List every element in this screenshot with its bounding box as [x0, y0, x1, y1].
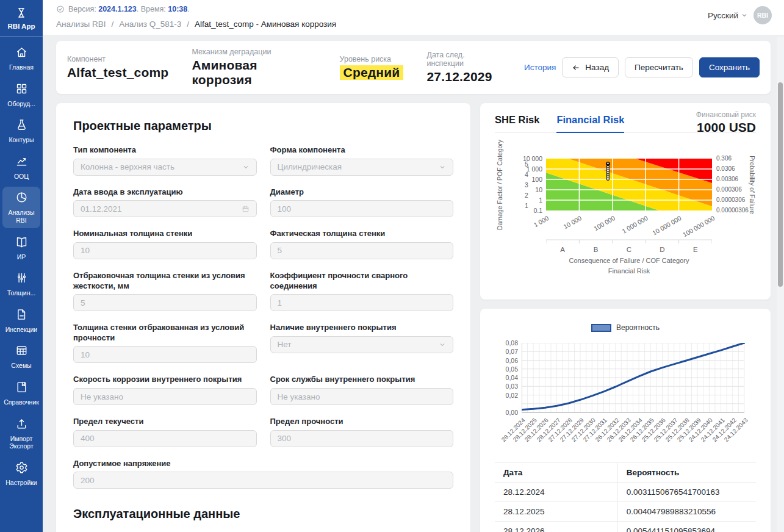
table-row: 28.12.20240.0031150676541700163 — [495, 483, 756, 502]
field-actual-wall-thickness: Фактическая толщина стенки5 — [270, 229, 454, 259]
row-date: 28.12.2025 — [495, 502, 617, 522]
sidebar-item-rbi-analyses[interactable]: Анализы RBI — [2, 187, 40, 228]
pof-category-tick: 1 — [523, 202, 530, 209]
tab-financial-risk[interactable]: Financial Risk — [556, 114, 624, 126]
tab-she-risk[interactable]: SHE Risk — [495, 114, 539, 126]
avatar[interactable]: RBI — [753, 6, 772, 24]
row-date: 28.12.2026 — [495, 522, 617, 532]
gear-icon — [15, 461, 28, 476]
diameter-input[interactable]: 100 — [270, 200, 454, 217]
sliders-icon — [15, 271, 28, 287]
pof-category-tick: 2 — [523, 192, 530, 199]
sidebar-nav: ГлавнаяОборуд...КонтурыООЦАнализы RBIИРТ… — [0, 37, 43, 495]
coating-service-life-label: Срок службы внутреннего покрытия — [270, 375, 454, 385]
version-label: Версия: — [68, 5, 96, 13]
component-type-select[interactable]: Колонна - верхняя часть — [73, 159, 257, 176]
sidebar-item-settings[interactable]: Настройки — [2, 457, 40, 491]
field-allowable-stress: Допустимое напряжение200 — [73, 459, 453, 489]
actual-wall-thickness-input[interactable]: 5 — [270, 242, 454, 259]
coating-corrosion-rate-input[interactable]: Не указано — [73, 388, 257, 405]
commissioning-date-input[interactable]: 01.12.2021 — [73, 200, 257, 217]
component-shape-select[interactable]: Цилиндрическая — [270, 159, 454, 176]
y-axis-tick: 0,03 — [496, 383, 518, 390]
weld-strength-factor-input[interactable]: 1 — [270, 294, 454, 311]
arrow-left-icon — [572, 63, 580, 72]
field-coating-corrosion-rate: Скорость коррозии внутреннего покрытияНе… — [73, 375, 257, 405]
time-value: 10:38 — [168, 5, 187, 13]
tensile-strength-label: Предел прочности — [270, 417, 454, 427]
field-component-type: Тип компонентаКолонна - верхняя часть — [73, 145, 257, 176]
financial-risk-label: Финансовый риск — [696, 110, 756, 119]
back-button[interactable]: Назад — [562, 57, 619, 77]
sidebar-item-label: Контуры — [9, 136, 34, 144]
sidebar-item-contours[interactable]: Контуры — [2, 114, 40, 148]
sidebar-item-ir[interactable]: ИР — [2, 231, 40, 265]
home-icon — [15, 46, 28, 61]
parameters-card: Проектные параметры Тип компонентаКолонн… — [56, 103, 470, 532]
cof-category-label: E — [689, 246, 702, 253]
sidebar-item-ooc[interactable]: ООЦ — [2, 151, 40, 184]
field-weld-strength-factor: Коэффициент прочности сварного соединени… — [270, 271, 454, 311]
probability-card: Вероятность 0,000,020,030,040,050,060,07… — [480, 309, 771, 532]
chart-line-icon — [15, 155, 28, 170]
x-axis-tick: 100 000 000 — [681, 214, 716, 239]
diameter-label: Диаметр — [270, 187, 454, 198]
breadcrumb-item-0[interactable]: Анализы RBI — [56, 20, 106, 29]
sidebar-item-import-export[interactable]: Импорт Экспорт — [2, 413, 40, 454]
time-label: Время: — [141, 5, 166, 13]
language-switcher[interactable]: Русский — [708, 11, 748, 20]
probability-table: Дата Вероятность 28.12.20240.00311506765… — [495, 462, 756, 532]
mechanism-name: Аминовая коррозия — [192, 58, 316, 87]
cof-category-label: D — [656, 246, 668, 253]
x-axis-tick: 10 000 — [563, 214, 583, 230]
pof-value-tick: 0.306 — [716, 155, 732, 162]
check-circle-icon — [56, 5, 65, 13]
yield-strength-input[interactable]: 400 — [73, 430, 257, 447]
rejection-thickness-stiffness-input[interactable]: 5 — [73, 294, 257, 311]
rejection-thickness-strength-input[interactable]: 10 — [73, 346, 257, 363]
app-name: RBI App — [8, 23, 35, 30]
sidebar-item-inspections[interactable]: Инспекции — [2, 304, 40, 337]
sidebar-item-label: ИР — [17, 253, 26, 261]
pof-value-tick: 0.00306 — [716, 176, 738, 182]
hourglass-logo-icon — [15, 7, 27, 21]
coating-service-life-input[interactable]: Не указано — [270, 388, 454, 405]
pie-chart-icon — [15, 191, 28, 206]
pof-category-tick: 5 — [523, 160, 530, 168]
design-parameters-title: Проектные параметры — [73, 119, 453, 133]
mechanism-label: Механизм деградации — [192, 48, 316, 56]
tensile-strength-input[interactable]: 300 — [270, 430, 454, 447]
sidebar-item-thickness[interactable]: Толщин... — [2, 267, 40, 301]
chevron-down-icon — [439, 341, 446, 348]
internal-coating-select[interactable]: Нет — [270, 336, 454, 353]
y-axis-tick: 0,00 — [496, 409, 518, 416]
sidebar-item-schemes[interactable]: Схемы — [2, 340, 40, 373]
y-axis-tick: 0,08 — [496, 339, 518, 347]
sidebar-item-label: Настройки — [5, 479, 37, 487]
save-button[interactable]: Сохранить — [699, 57, 760, 77]
sidebar-item-reference[interactable]: Справочник — [2, 376, 40, 410]
sidebar-item-equipment[interactable]: Оборуд... — [2, 78, 40, 112]
nominal-wall-thickness-label: Номинальная толщина стенки — [73, 229, 257, 239]
history-link[interactable]: История — [524, 63, 556, 72]
sidebar-item-label: Справочник — [4, 398, 39, 406]
version-value: 2024.1.123 — [98, 5, 137, 13]
chevron-down-icon — [439, 164, 446, 171]
allowable-stress-input[interactable]: 200 — [73, 472, 453, 489]
component-shape-label: Форма компонента — [270, 145, 454, 156]
pof-value-tick: 0.000306 — [716, 186, 742, 193]
app-logo[interactable]: RBI App — [0, 0, 43, 37]
component-info: Компонент Alfat_test_comp — [67, 55, 168, 80]
sidebar-item-home[interactable]: Главная — [2, 41, 40, 75]
recalculate-button[interactable]: Пересчитать — [625, 57, 693, 77]
scrollbar-thumb[interactable] — [778, 82, 783, 287]
next-inspection-date: 27.12.2029 — [426, 70, 501, 84]
breadcrumb-item-1[interactable]: Анализ Q_581-3 — [119, 20, 181, 29]
field-commissioning-date: Дата ввода в эксплуатацию01.12.2021 — [73, 187, 257, 218]
rejection-thickness-stiffness-label: Отбраковочная толщина стенки из условия … — [73, 271, 257, 291]
scrollbar-track[interactable] — [777, 37, 784, 532]
nominal-wall-thickness-input[interactable]: 10 — [73, 242, 257, 259]
calendar-icon — [242, 205, 250, 213]
book-open-icon — [15, 235, 28, 251]
chevron-down-icon — [741, 12, 748, 19]
